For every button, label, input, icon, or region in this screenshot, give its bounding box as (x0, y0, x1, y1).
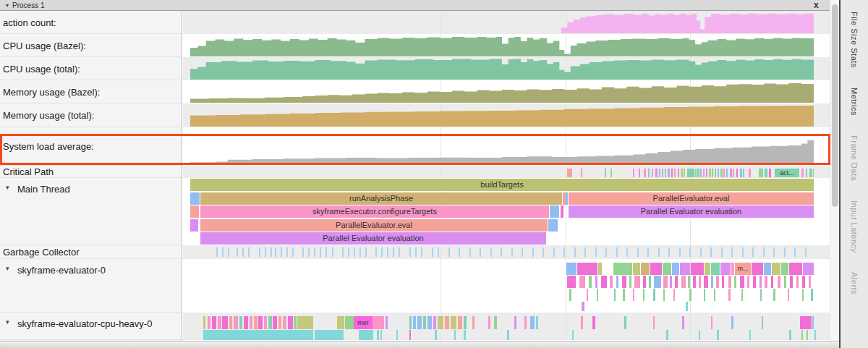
trace-slice[interactable] (567, 276, 576, 288)
trace-slice[interactable] (704, 289, 705, 301)
trace-slice[interactable] (203, 316, 205, 329)
trace-slice[interactable] (788, 289, 789, 301)
trace-slice[interactable] (610, 276, 613, 288)
trace-slice[interactable] (643, 289, 644, 301)
trace-slice[interactable] (254, 316, 258, 329)
trace-slice[interactable] (445, 316, 449, 329)
trace-slice-labeled[interactable]: Parallel Evaluator evaluation (569, 205, 814, 218)
trace-slice[interactable] (652, 169, 653, 177)
trace-slice[interactable] (763, 247, 765, 257)
trace-slice[interactable] (320, 247, 321, 257)
trace-slice[interactable] (790, 276, 793, 288)
trace-slice[interactable] (375, 247, 377, 257)
trace-slice[interactable] (597, 289, 598, 301)
trace-slice[interactable] (624, 316, 626, 329)
trace-slice[interactable] (663, 276, 668, 288)
trace-slice[interactable] (237, 247, 238, 257)
trace-slice[interactable] (633, 289, 634, 301)
trace-slice[interactable] (314, 247, 315, 257)
trace-slice-labeled[interactable]: ParallelEvaluator.eval (200, 219, 548, 232)
trace-slice[interactable] (704, 276, 708, 288)
trace-slice[interactable] (501, 247, 502, 257)
trace-slice[interactable] (807, 330, 808, 340)
trace-slice[interactable] (326, 247, 327, 257)
trace-slice[interactable] (765, 169, 767, 177)
trace-slice[interactable] (433, 316, 436, 329)
trace-slice[interactable] (789, 263, 802, 275)
trace-slice[interactable] (234, 316, 238, 329)
trace-slice[interactable] (464, 330, 466, 340)
trace-slice[interactable] (648, 169, 650, 177)
trace-slice[interactable] (747, 276, 749, 288)
trace-slice[interactable] (760, 276, 762, 288)
counter-chart-cput[interactable] (190, 58, 814, 80)
trace-slice[interactable] (190, 192, 200, 205)
trace-slice[interactable] (684, 169, 685, 177)
trace-slice[interactable] (720, 263, 731, 275)
trace-slice[interactable] (803, 263, 814, 275)
trace-slice[interactable] (454, 330, 456, 340)
trace-slice[interactable] (302, 247, 304, 257)
trace-slice[interactable] (760, 289, 762, 301)
trace-slice[interactable] (413, 316, 416, 329)
trace-slice[interactable] (229, 316, 232, 329)
trace-slice[interactable] (587, 289, 588, 301)
trace-slice[interactable] (507, 330, 509, 340)
trace-slice[interactable] (399, 247, 400, 257)
trace-slice[interactable] (536, 316, 538, 329)
trace-slice[interactable] (377, 330, 379, 340)
trace-slice[interactable] (386, 316, 388, 329)
trace-slice-labeled[interactable]: ParallelEvaluator.eval (569, 192, 814, 205)
trace-slice[interactable] (550, 205, 559, 218)
counter-chart-cpub[interactable] (190, 35, 814, 56)
trace-slice[interactable] (190, 219, 198, 232)
trace-slice[interactable] (771, 276, 773, 288)
trace-slice-labeled[interactable]: act... (775, 169, 799, 177)
trace-slice[interactable] (811, 289, 813, 301)
trace-slice[interactable] (637, 247, 639, 257)
trace-slice-labeled[interactable]: skyframeExecutor.configureTargets (200, 205, 549, 218)
trace-slice[interactable] (709, 169, 711, 177)
trace-slice[interactable] (359, 330, 373, 340)
trace-slice[interactable] (409, 247, 411, 257)
trace-slice[interactable] (592, 316, 595, 329)
thread-collapse-icon[interactable]: ▾ (6, 184, 9, 191)
trace-slice[interactable] (736, 169, 738, 177)
trace-slice[interactable] (717, 330, 719, 340)
trace-slice[interactable] (772, 263, 780, 275)
trace-slice[interactable] (687, 169, 694, 177)
trace-slice[interactable] (794, 247, 796, 257)
trace-slice[interactable] (308, 247, 310, 257)
trace-slice[interactable] (802, 289, 804, 301)
trace-slice[interactable] (427, 316, 432, 329)
trace-slice[interactable] (711, 316, 712, 329)
trace-slice[interactable] (601, 276, 607, 288)
trace-slice[interactable] (464, 316, 467, 329)
trace-slice[interactable] (806, 169, 807, 177)
trace-slice[interactable] (359, 247, 361, 257)
trace-slice[interactable] (752, 263, 763, 275)
trace-slice[interactable] (649, 276, 651, 288)
trace-slice[interactable] (264, 316, 267, 329)
trace-slice[interactable] (764, 263, 771, 275)
trace-slice[interactable] (814, 330, 816, 340)
trace-slice[interactable] (675, 276, 678, 288)
trace-slice[interactable] (728, 289, 731, 301)
trace-slice[interactable] (589, 276, 592, 288)
trace-slice[interactable] (337, 316, 344, 329)
trace-slice[interactable] (752, 247, 754, 257)
trace-slice[interactable] (666, 330, 668, 340)
trace-slice[interactable] (809, 276, 811, 288)
trace-slice[interactable] (681, 169, 683, 177)
trace-slice[interactable] (655, 169, 658, 177)
horizontal-scrollbar[interactable] (0, 341, 839, 348)
trace-slice[interactable] (548, 219, 558, 232)
trace-slice[interactable] (813, 169, 814, 177)
trace-slice[interactable] (699, 330, 700, 340)
trace-slice[interactable] (759, 169, 763, 177)
trace-slice[interactable] (723, 169, 725, 177)
trace-slice[interactable] (581, 316, 583, 329)
trace-slice[interactable] (741, 289, 743, 301)
trace-slice[interactable] (409, 330, 411, 340)
trace-slice[interactable] (423, 316, 426, 329)
